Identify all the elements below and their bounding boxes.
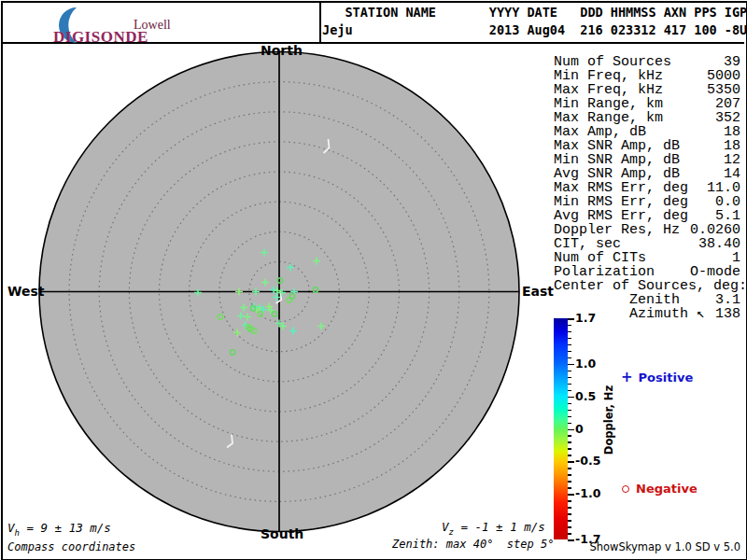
doppler-colorbar bbox=[554, 318, 568, 539]
stats-label: Max Amp, dB bbox=[554, 125, 646, 139]
legend-negative-label: Negative bbox=[636, 482, 698, 496]
stats-value: 1 bbox=[732, 251, 740, 265]
stats-label: Avg SNR Amp, dB bbox=[554, 167, 680, 181]
stats-value: 5000 bbox=[707, 69, 740, 83]
stats-value: 39 bbox=[724, 55, 740, 69]
colorbar-minor-tick bbox=[568, 474, 571, 476]
stats-value: 5350 bbox=[707, 83, 740, 97]
stats-row: PolarizationO-mode bbox=[554, 265, 740, 279]
circle-marker-icon bbox=[622, 485, 629, 493]
stats-row: Min Freq, kHz5000 bbox=[554, 69, 740, 83]
stats-row: Max SNR Amp, dB18 bbox=[554, 139, 740, 153]
colorbar-minor-tick bbox=[568, 325, 571, 327]
colorbar-minor-tick bbox=[568, 403, 571, 405]
stats-label: Zenith bbox=[554, 293, 680, 307]
compass-label-west: West bbox=[7, 284, 43, 299]
compass-label-south: South bbox=[261, 526, 298, 541]
stats-label: Max RMS Err, deg bbox=[554, 181, 688, 195]
stats-panel: Num of Sources39Min Freq, kHz5000Max Fre… bbox=[554, 55, 740, 321]
legend-positive: +Positive bbox=[621, 369, 693, 385]
stats-label: Max Range, km bbox=[554, 111, 663, 125]
stats-value: 0.0260 bbox=[690, 223, 740, 237]
stats-row: Avg SNR Amp, dB14 bbox=[554, 167, 740, 181]
stats-row: Max RMS Err, deg11.0 bbox=[554, 181, 740, 195]
stats-label: Min SNR Amp, dB bbox=[554, 153, 680, 167]
stats-row: CIT, sec38.40 bbox=[554, 237, 740, 251]
stats-label: Max Freq, kHz bbox=[554, 83, 663, 97]
colorbar-minor-tick bbox=[568, 384, 571, 385]
colorbar-minor-tick bbox=[568, 507, 571, 509]
colorbar-minor-tick bbox=[568, 344, 571, 346]
stats-row: Avg RMS Err, deg5.1 bbox=[554, 209, 740, 223]
colorbar-minor-tick bbox=[568, 520, 571, 522]
compass-coordinates-note: Compass coordinates bbox=[7, 540, 135, 553]
colorbar-title: Doppler, Hz bbox=[602, 385, 615, 455]
stats-value: 38.40 bbox=[698, 237, 740, 251]
colorbar-major-tick bbox=[568, 364, 574, 366]
skymap-window: Lowell DIGISONDE STATION NAME YYYY DATE … bbox=[0, 0, 747, 560]
stats-value: 5.1 bbox=[715, 209, 740, 223]
logo-digisonde-text: DIGISONDE bbox=[53, 28, 148, 47]
colorbar-major-tick bbox=[568, 461, 574, 463]
stats-row: Max Amp, dB18 bbox=[554, 125, 740, 139]
colorbar-minor-tick bbox=[568, 441, 571, 443]
stats-label: Doppler Res, Hz bbox=[554, 223, 680, 237]
colorbar-minor-tick bbox=[568, 435, 571, 437]
compass-label-north: North bbox=[261, 43, 298, 58]
header-divider-line bbox=[319, 3, 321, 42]
stats-value: 14 bbox=[724, 167, 740, 181]
stats-label: Min Freq, kHz bbox=[554, 69, 663, 83]
colorbar-minor-tick bbox=[568, 338, 571, 340]
plus-marker-icon: + bbox=[621, 369, 633, 385]
stats-row: Min SNR Amp, dB12 bbox=[554, 153, 740, 167]
stats-row: Min RMS Err, deg0.0 bbox=[554, 195, 740, 209]
colorbar-minor-tick bbox=[568, 533, 571, 535]
stats-label: Avg RMS Err, deg bbox=[554, 209, 688, 223]
stats-value: O-mode bbox=[690, 265, 740, 279]
colorbar-tick-label: 1.0 bbox=[575, 357, 596, 371]
stats-row: Num of CITs1 bbox=[554, 251, 740, 265]
stats-value: 3.1 bbox=[715, 293, 740, 307]
colorbar-major-tick bbox=[568, 318, 574, 320]
stats-value: 207 bbox=[715, 97, 740, 111]
colorbar-tick-label: 0.5 bbox=[575, 389, 596, 403]
colorbar-minor-tick bbox=[568, 357, 571, 359]
station-header-labels: STATION NAME YYYY DATE DDD HHMMSS AXN PP… bbox=[322, 5, 747, 20]
stats-label: Num of CITs bbox=[554, 251, 646, 265]
stats-value: 18 bbox=[724, 139, 740, 153]
colorbar-minor-tick bbox=[568, 468, 571, 469]
stats-value: 352 bbox=[715, 111, 740, 125]
horizontal-velocity-value: Vh = 9 ± 13 m/s bbox=[7, 521, 111, 538]
colorbar-minor-tick bbox=[568, 377, 571, 379]
stats-label: Center of Sources, deg: bbox=[554, 279, 747, 293]
zenith-range-note: Zenith: max 40° step 5° bbox=[392, 538, 554, 551]
colorbar-major-tick bbox=[568, 429, 574, 431]
colorbar-minor-tick bbox=[568, 390, 571, 392]
stats-value: 11.0 bbox=[707, 181, 740, 195]
colorbar-minor-tick bbox=[568, 513, 571, 515]
colorbar-minor-tick bbox=[568, 423, 571, 425]
colorbar-minor-tick bbox=[568, 331, 571, 333]
colorbar-tick-label: 1.7 bbox=[575, 311, 596, 325]
stats-value: 138 bbox=[715, 307, 740, 321]
stats-row: Zenith3.1 bbox=[554, 293, 740, 307]
colorbar-minor-tick bbox=[568, 487, 571, 489]
stats-label: CIT, sec bbox=[554, 237, 621, 251]
colorbar-major-tick bbox=[568, 494, 574, 496]
stats-label: Num of Sources bbox=[554, 55, 671, 69]
stats-row: Min Range, km207 bbox=[554, 97, 740, 111]
stats-row: Doppler Res, Hz0.0260 bbox=[554, 223, 740, 237]
colorbar-minor-tick bbox=[568, 526, 571, 528]
stats-value: 12 bbox=[724, 153, 740, 167]
stats-row: Max Range, km352 bbox=[554, 111, 740, 125]
stats-value: 18 bbox=[724, 125, 740, 139]
colorbar-minor-tick bbox=[568, 448, 571, 450]
colorbar-tick-label: -0.5 bbox=[575, 455, 600, 469]
stats-label: Polarization bbox=[554, 265, 655, 279]
stats-label: Min RMS Err, deg bbox=[554, 195, 688, 209]
colorbar-minor-tick bbox=[568, 371, 571, 372]
stats-row: Center of Sources, deg: bbox=[554, 279, 740, 293]
station-header-values: Jeju 2013 Aug04 216 023312 417 100 -8U bbox=[322, 22, 747, 37]
colorbar-minor-tick bbox=[568, 416, 571, 418]
stats-value: 0.0 bbox=[715, 195, 740, 209]
